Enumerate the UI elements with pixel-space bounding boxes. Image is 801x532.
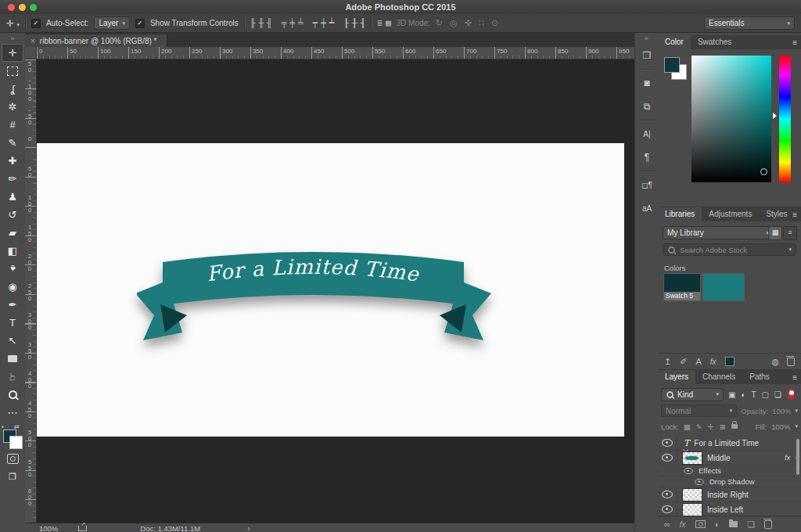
panel-menu-icon[interactable]: ≡ [792,210,797,219]
distribute-left-edges-icon[interactable]: ┠ [343,18,349,28]
new-layer-icon[interactable]: ❏ [747,519,755,530]
blend-mode-dropdown[interactable]: Normal ▾ [661,404,737,417]
type-tool[interactable]: T [0,314,25,332]
saturation-brightness-field[interactable] [691,56,771,182]
add-layer-style-icon[interactable]: fx [680,520,686,529]
visibility-toggle[interactable] [658,436,677,450]
library-color-swatch[interactable]: Swatch 5 [663,273,701,301]
history-brush-tool[interactable]: ↺ [0,206,25,224]
add-color-icon[interactable] [725,357,735,366]
move-tool[interactable]: ✛ [0,44,25,62]
color-picker-marker[interactable] [760,168,767,175]
quick-selection-tool[interactable]: ✲ [0,98,25,116]
align-top-edges-icon[interactable]: ╤ [282,18,287,28]
filter-type-layers-icon[interactable]: T [752,390,756,399]
quick-mask-button[interactable] [0,450,25,468]
history-panel-icon[interactable]: ❐ [635,44,659,67]
hand-tool[interactable]: ☞ [0,368,25,386]
rectangular-marquee-tool[interactable] [0,62,25,80]
hue-slider-marker[interactable] [773,113,777,119]
fill-value[interactable]: 100% [771,422,790,431]
align-bottom-edges-icon[interactable]: ╧ [298,18,304,28]
filter-adjustment-layers-icon[interactable]: ◐ [741,390,745,399]
hue-slider[interactable] [779,56,791,182]
add-brush-icon[interactable]: ✐ [680,357,687,367]
paragraph-panel-icon[interactable]: ¶ [635,146,659,169]
distribute-right-edges-icon[interactable]: ┨ [361,18,366,28]
filter-smart-objects-icon[interactable]: ❏ [774,390,781,399]
lock-position-icon[interactable]: ✛ [708,422,714,431]
document-tab[interactable]: × ribbon-banner @ 100% (RGB/8) * [25,34,167,49]
search-adobe-stock-field[interactable]: Search Adobe Stock ▾ [663,243,796,256]
zoom-window-button[interactable] [30,4,37,11]
align-horizontal-centers-icon[interactable]: ╫ [258,18,264,28]
list-view-button[interactable]: ≡ [783,226,797,240]
show-transform-controls-checkbox[interactable]: ✓ [135,19,145,28]
tab-adjustments[interactable]: Adjustments [702,207,759,221]
align-vertical-centers-icon[interactable]: ╪ [289,18,295,28]
layer-filter-toggle[interactable] [788,389,795,400]
paint-bucket-tool[interactable]: ◧ [0,242,25,260]
tab-layers[interactable]: Layers [658,370,695,384]
collapse-tools-icon[interactable]: » [0,33,25,44]
close-window-button[interactable] [8,4,15,11]
tab-libraries[interactable]: Libraries [658,207,702,221]
align-right-edges-icon[interactable]: ╢ [267,18,272,28]
lock-artboard-icon[interactable]: ⊞ [720,422,726,431]
visibility-toggle[interactable] [658,487,677,501]
grid-view-button[interactable]: ▦ [768,226,782,240]
panel-menu-icon[interactable]: ≡ [792,38,797,47]
layers-scrollbar[interactable] [796,439,799,475]
filter-kind-dropdown[interactable]: Kind ▾ [661,388,724,401]
panel-menu-icon[interactable]: ≡ [792,373,797,382]
distribute-bottom-edges-icon[interactable]: ┷ [329,18,335,28]
path-selection-tool[interactable]: ↖ [0,332,25,350]
add-character-style-icon[interactable]: A [695,357,701,366]
properties-panel-icon[interactable]: ◙ [635,71,659,95]
auto-align-layers-icon[interactable]: ▦ [386,18,391,28]
tab-channels[interactable]: Channels [695,370,742,384]
background-color-chip[interactable] [9,436,23,449]
layer-thumbnail[interactable] [682,488,702,501]
foreground-color-swatch[interactable] [664,57,680,73]
expand-panels-icon[interactable]: « [635,33,658,44]
eraser-tool[interactable]: ▰ [0,224,25,242]
edit-toolbar-icon[interactable]: ⋯ [0,404,25,422]
align-left-edges-icon[interactable]: ╟ [250,18,256,28]
dodge-tool[interactable]: ◉ [0,278,25,296]
auto-select-target-dropdown[interactable]: Layer ▾ [94,16,130,30]
eye-icon[interactable] [695,479,703,485]
distribute-horizontal-centers-icon[interactable]: ╂ [352,18,357,28]
layer-thumbnail[interactable] [682,503,702,516]
move-tool-preset-icon[interactable]: ✛ ▾ [6,18,20,29]
lock-pixels-icon[interactable]: ✎ [696,422,702,431]
tab-paths[interactable]: Paths [742,370,777,384]
info-panel-icon[interactable]: ⧉ [635,95,659,118]
canvas-viewport[interactable]: For a Limited Time [37,59,634,523]
effects-row[interactable]: Effects [658,466,801,476]
zoom-level-field[interactable]: 100% [39,524,58,532]
blur-tool[interactable]: ♠ [0,260,25,278]
tab-color[interactable]: Color [658,35,691,49]
distribute-spacing-icon[interactable]: ≣ [377,18,383,28]
sync-status-icon[interactable]: ◍ [771,357,779,367]
close-tab-icon[interactable]: × [31,37,35,45]
visibility-toggle[interactable] [658,451,677,465]
layer-row[interactable]: Middle fx ^ [658,451,801,466]
auto-select-checkbox[interactable]: ✓ [31,19,41,28]
lock-transparency-icon[interactable]: ▦ [684,422,691,431]
brush-tool[interactable]: ✏ [0,170,25,188]
visibility-toggle[interactable] [658,502,677,516]
distribute-top-edges-icon[interactable]: ┯ [313,18,318,28]
link-layers-icon[interactable]: ∞ [664,519,670,529]
add-layer-style-icon[interactable]: fx [710,358,717,366]
tab-swatches[interactable]: Swatches [691,35,738,49]
character-styles-panel-icon[interactable]: aA [635,196,659,220]
library-select-dropdown[interactable]: My Library ▾ [663,226,774,239]
screen-mode-button[interactable]: ❐ [0,468,25,486]
pen-tool[interactable]: ✒ [0,296,25,314]
character-panel-icon[interactable]: A| [635,122,659,146]
zoom-tool[interactable] [0,386,25,404]
effect-item-row[interactable]: Drop Shadow [658,476,801,487]
crop-tool[interactable]: # [0,116,25,134]
